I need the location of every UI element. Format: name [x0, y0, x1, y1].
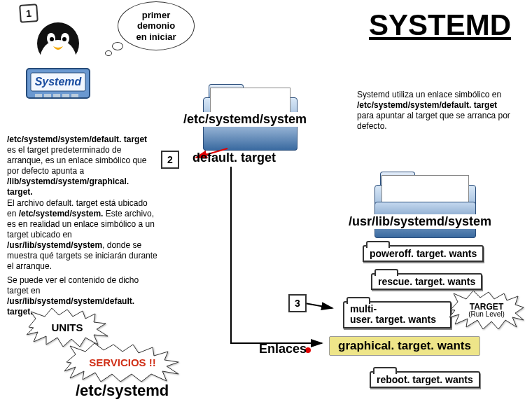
svg-text:Systemd: Systemd — [35, 76, 83, 88]
note-left-1: /etc/systemd/system/default. target es e… — [7, 134, 154, 197]
file-text: user. target. wants — [350, 314, 444, 325]
thought-dot-icon — [105, 50, 112, 56]
svg-rect-13 — [53, 94, 60, 97]
file-graphical: graphical. target. wants — [329, 336, 480, 356]
enlaces-label: Enlaces — [259, 342, 307, 356]
burst-target: TARGET (Run Level) — [448, 291, 525, 329]
note-default-target: Systemd utiliza un enlace simbólico en /… — [357, 90, 522, 132]
burst-servicios: SERVICIOS !! — [63, 343, 182, 382]
burst-text: UNITS — [52, 321, 83, 333]
burst-text: SERVICIOS !! — [89, 356, 156, 368]
thought-bubble: primer demonio en iniciar — [118, 1, 195, 50]
folder-label-usrlib: /usr/lib/systemd/system — [349, 214, 491, 229]
thought-dot-icon — [112, 42, 123, 50]
step-badge-3: 3 — [288, 294, 307, 312]
note-text: Se puede ver el contenido de dicho targe… — [7, 275, 139, 296]
folder-label-etc: /etc/systemd/system — [182, 112, 308, 127]
file-rescue: rescue. target. wants — [371, 273, 482, 290]
file-poweroff: poweroff. target. wants — [363, 245, 484, 262]
step-badge-2: 2 — [161, 151, 179, 169]
svg-rect-14 — [62, 94, 69, 97]
note-left-2: El archivo default. target está ubicado … — [7, 198, 158, 272]
default-target-label: default. target — [192, 151, 276, 165]
note-text: es el target predeterminado de arranque,… — [7, 145, 146, 176]
burst-units: UNITS — [25, 308, 109, 347]
note-text: /etc/systemd/system/default. target — [7, 134, 147, 144]
svg-rect-11 — [35, 94, 42, 97]
svg-point-4 — [50, 37, 54, 41]
note-text: /lib/systemd/system/graphical. target. — [7, 176, 129, 197]
note-text: Systemd utiliza un enlace simbólico en — [357, 90, 501, 99]
thought-text: primer demonio en iniciar — [136, 10, 176, 43]
burst-text: TARGET (Run Level) — [468, 303, 505, 318]
note-text: /usr/lib/systemd/system — [7, 240, 102, 250]
burst-text: TARGET — [468, 303, 505, 311]
tux-systemd-icon: Systemd — [13, 14, 104, 105]
note-text: /etc/systemd/system/default. target — [357, 100, 497, 110]
svg-rect-15 — [71, 94, 78, 97]
burst-text: (Run Level) — [468, 311, 505, 318]
file-text: multi- — [350, 304, 444, 314]
file-reboot: reboot. target. wants — [370, 371, 480, 388]
svg-point-5 — [62, 37, 66, 41]
page-title: SYSTEMD — [369, 8, 511, 42]
note-text: para apuntar al target que se arranca po… — [357, 111, 510, 131]
file-multiuser: multi- user. target. wants — [343, 301, 451, 328]
etc-systemd-label: /etc/systemd — [76, 382, 169, 400]
svg-rect-12 — [44, 94, 51, 97]
note-text: /etc/systemd/system. — [19, 209, 104, 219]
penguin-icon: Systemd — [13, 14, 104, 105]
